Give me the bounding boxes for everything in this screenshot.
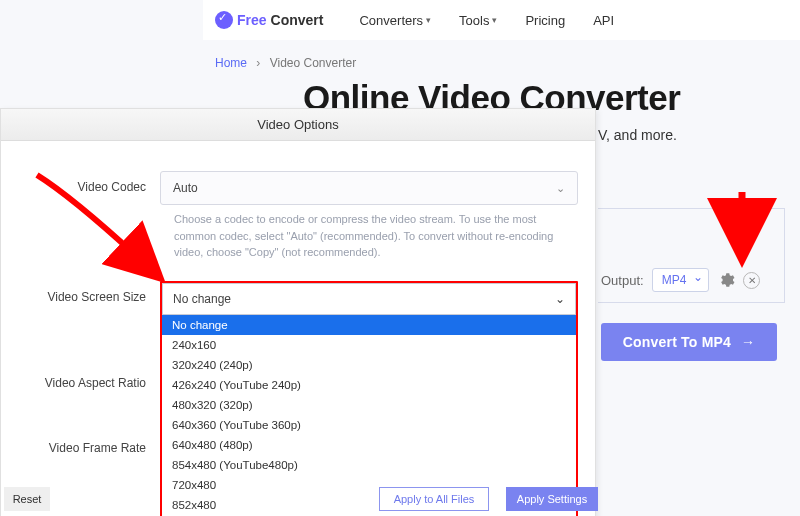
- chevron-down-icon: ▾: [492, 15, 497, 25]
- video-size-option[interactable]: 854x480 (YouTube480p): [162, 455, 576, 475]
- output-format-value: MP4: [662, 273, 687, 287]
- video-size-option[interactable]: 426x240 (YouTube 240p): [162, 375, 576, 395]
- output-label: Output:: [601, 273, 644, 288]
- apply-settings-button[interactable]: Apply Settings: [506, 487, 598, 511]
- nav-converters[interactable]: Converters ▾: [359, 13, 431, 28]
- brand-part2: Convert: [271, 12, 324, 28]
- close-icon[interactable]: ✕: [743, 272, 760, 289]
- arrow-right-icon: →: [741, 334, 755, 350]
- convert-button[interactable]: Convert To MP4 →: [601, 323, 777, 361]
- video-codec-value: Auto: [173, 181, 198, 195]
- apply-all-button[interactable]: Apply to All Files: [379, 487, 489, 511]
- video-aspect-label: Video Aspect Ratio: [18, 376, 160, 390]
- video-size-option[interactable]: 320x240 (240p): [162, 355, 576, 375]
- video-frame-label: Video Frame Rate: [18, 441, 160, 455]
- gear-icon[interactable]: [717, 271, 735, 289]
- chevron-down-icon: ⌄: [556, 182, 565, 195]
- nav-api[interactable]: API: [593, 13, 614, 28]
- video-size-options: No change240x160320x240 (240p)426x240 (Y…: [162, 315, 576, 517]
- video-codec-label: Video Codec: [18, 171, 160, 194]
- nav-converters-label: Converters: [359, 13, 423, 28]
- apply-settings-button-label: Apply Settings: [517, 493, 587, 505]
- chevron-down-icon: ⌄: [555, 292, 565, 306]
- output-row: Output: MP4 ✕: [601, 268, 760, 292]
- video-size-option[interactable]: 240x160: [162, 335, 576, 355]
- video-codec-help: Choose a codec to encode or compress the…: [174, 211, 574, 261]
- modal-title: Video Options: [1, 109, 595, 141]
- video-size-option[interactable]: 640x360 (YouTube 360p): [162, 415, 576, 435]
- top-nav: FreeConvert Converters ▾ Tools ▾ Pricing…: [203, 0, 800, 40]
- reset-button-label: Reset: [13, 493, 42, 505]
- row-video-size: Video Screen Size No change ⌄ No change2…: [18, 281, 578, 517]
- brand-part1: Free: [237, 12, 267, 28]
- nav-tools[interactable]: Tools ▾: [459, 13, 497, 28]
- nav-pricing-label: Pricing: [525, 13, 565, 28]
- card-border-top: [598, 208, 785, 209]
- nav-links: Converters ▾ Tools ▾ Pricing API: [359, 13, 614, 28]
- nav-api-label: API: [593, 13, 614, 28]
- video-size-label: Video Screen Size: [18, 281, 160, 304]
- row-video-codec: Video Codec Auto ⌄: [18, 171, 578, 205]
- modal-body: Video Codec Auto ⌄ Choose a codec to enc…: [1, 141, 595, 516]
- nav-tools-label: Tools: [459, 13, 489, 28]
- card-border-bot: [598, 302, 785, 303]
- convert-button-label: Convert To MP4: [623, 334, 731, 350]
- video-size-option[interactable]: 640x480 (480p): [162, 435, 576, 455]
- video-size-option[interactable]: 480x320 (320p): [162, 395, 576, 415]
- breadcrumb: Home › Video Converter: [215, 56, 356, 70]
- video-size-select[interactable]: No change ⌄: [162, 283, 576, 315]
- page-subtitle-fragment: V, and more.: [598, 127, 677, 143]
- video-options-modal: Video Options Video Codec Auto ⌄ Choose …: [0, 108, 596, 516]
- brand-logo[interactable]: FreeConvert: [215, 11, 323, 29]
- reset-button[interactable]: Reset: [4, 487, 50, 511]
- video-size-option[interactable]: No change: [162, 315, 576, 335]
- logo-mark-icon: [215, 11, 233, 29]
- nav-pricing[interactable]: Pricing: [525, 13, 565, 28]
- chevron-down-icon: ▾: [426, 15, 431, 25]
- card-border-side: [784, 208, 785, 302]
- annotation-arrow-right: [728, 188, 768, 272]
- output-format-select[interactable]: MP4: [652, 268, 710, 292]
- video-size-dropdown: No change ⌄ No change240x160320x240 (240…: [160, 281, 578, 517]
- breadcrumb-home[interactable]: Home: [215, 56, 247, 70]
- breadcrumb-current: Video Converter: [270, 56, 357, 70]
- breadcrumb-separator-icon: ›: [256, 56, 260, 70]
- video-size-value: No change: [173, 292, 231, 306]
- apply-all-button-label: Apply to All Files: [394, 493, 475, 505]
- video-codec-select[interactable]: Auto ⌄: [160, 171, 578, 205]
